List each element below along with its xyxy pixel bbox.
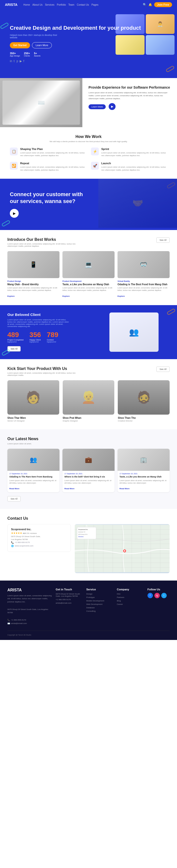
social-twitter-icon[interactable]: 𝕥 <box>13 59 15 63</box>
bell-icon[interactable]: 🔔 <box>148 3 152 6</box>
how-item-1: 📋 Shaping The Plan Lorem ipsum dolor sit… <box>10 148 86 157</box>
contact-rating: ★★★★★ 4.8 231 reviews <box>11 532 67 534</box>
contact-card-container: Scopreverd Inc. ★★★★★ 4.8 231 reviews 08… <box>7 524 71 573</box>
news-card-2: 💼 17 September 19, 2021 Where is the bel… <box>62 449 115 492</box>
footer-phone-item[interactable]: +1 960-555-5170 <box>56 598 82 601</box>
works-title: Introduce Our Best Works <box>7 237 81 242</box>
news-read-more-1[interactable]: Read More <box>9 488 20 490</box>
nav-services[interactable]: Services <box>45 3 54 6</box>
hero-learn-more-button[interactable]: Learn More <box>32 42 52 49</box>
nav-contact[interactable]: Contact Us <box>77 3 89 6</box>
how-item-2-text: Sprint Lorem ipsum dolor sit amet, conse… <box>101 148 167 157</box>
work-explore-3[interactable]: Explore <box>118 295 125 297</box>
footer-service-2[interactable]: Prototype <box>86 596 113 598</box>
news-read-more-2[interactable]: Read More <box>64 488 75 490</box>
client-stat-2: 356 Happy Client logoipsumor <box>30 331 41 343</box>
team-img-1: 🧑 <box>7 380 59 414</box>
team-header: Kick Start Your Product With Us Lorem ip… <box>7 367 170 376</box>
how-item-2: ⚡ Sprint Lorem ipsum dolor sit amet, con… <box>91 148 167 157</box>
search-icon[interactable]: 🔍 <box>143 3 147 6</box>
client-stat-1: 489 Project Completed logoipsumor <box>7 331 24 343</box>
team-img-3: 🧔 <box>118 380 170 414</box>
stat-num-2: 356 <box>30 331 41 339</box>
social-pinterest-icon[interactable]: p <box>17 59 18 63</box>
how-we-work-section: How We Work We will help a clients probl… <box>0 127 177 179</box>
client-see-all-button[interactable]: See All <box>7 346 21 351</box>
contact-website: www.scopreverd.com <box>15 545 33 547</box>
how-item-3: 🔁 Repeat Lorem ipsum dolor sit amet, con… <box>10 162 86 171</box>
hero-buttons: Get Started Learn More <box>10 42 170 49</box>
how-items: 📋 Shaping The Plan Lorem ipsum dolor sit… <box>10 148 167 171</box>
connect-play-button[interactable]: ▶ <box>10 209 19 218</box>
team-see-all-button[interactable]: See All <box>156 367 170 372</box>
experience-learn-more-button[interactable]: Learn More <box>88 104 106 109</box>
footer-twitter-button[interactable]: t <box>161 593 167 598</box>
work-card-1: 📱 Product Design Mang Olah - Brand Ident… <box>7 251 59 298</box>
news-grid: 👥 17 September 19, 2021 Odading Is The R… <box>7 449 170 492</box>
nav-logo: ARISTA <box>5 3 18 7</box>
svg-text:0875 Dhurji Gf St: 0875 Dhurji Gf St <box>78 534 88 535</box>
how-icon-4: 🚀 <box>91 162 99 169</box>
nav-home[interactable]: Home <box>23 3 30 6</box>
contact-inner: Scopreverd Inc. ★★★★★ 4.8 231 reviews 08… <box>7 524 170 573</box>
footer-service-5[interactable]: Database <box>86 607 113 609</box>
contact-phone-row: 📞 +1 960-000-9170 <box>11 541 67 544</box>
social-youtube-icon[interactable]: ▶ <box>20 59 22 63</box>
client-photo: 👥 <box>109 312 158 352</box>
work-explore-1[interactable]: Explore <box>7 295 14 297</box>
hero-get-started-button[interactable]: Get Started <box>10 42 30 49</box>
news-text-3: Lorem ipsum dolor sit amet, consectetur … <box>119 479 168 485</box>
footer-instagram-button[interactable]: ig <box>154 593 160 598</box>
work-explore-2[interactable]: Explore <box>62 295 69 297</box>
stat-num-1: 489 <box>7 331 24 339</box>
footer-service-1[interactable]: Design <box>86 593 113 595</box>
news-see-all-button[interactable]: See All <box>7 496 21 501</box>
footer-email-item[interactable]: arista@email.com <box>56 602 82 604</box>
nav-pages[interactable]: Pages <box>91 3 98 6</box>
nav-portfolio[interactable]: Portfolio <box>57 3 66 6</box>
contact-address-1: 0875 Dhurji Gf Street South Gate, <box>11 535 67 537</box>
social-facebook-icon[interactable]: f <box>23 59 24 63</box>
footer-company-title: Company <box>117 588 143 591</box>
footer-social-title: Follow Us <box>148 588 170 591</box>
social-linkedin-icon[interactable]: in <box>10 59 12 63</box>
map-box[interactable]: Scopreverd Inc ★★★★★ 4.8 0875 Dhurji Gf … <box>75 524 170 573</box>
stat-sub-1: logoipsumor <box>7 341 24 343</box>
footer-col-about: ARISTA Lorem ipsum dolor sit amet, conse… <box>7 588 52 626</box>
works-grid: 📱 Product Design Mang Olah - Brand Ident… <box>7 251 170 298</box>
stat-label-3: Contest <box>47 339 59 341</box>
nav-team[interactable]: Team <box>68 3 74 6</box>
news-read-more-3[interactable]: Read More <box>119 488 129 490</box>
footer-service-6[interactable]: Consulting <box>86 610 113 612</box>
footer-company-1[interactable]: Hire <box>117 593 143 595</box>
get-started-button[interactable]: Join Free <box>154 2 172 7</box>
how-item-3-text: Repeat Lorem ipsum dolor sit amet, conse… <box>20 162 86 171</box>
hero-section: Creative Design and Development for your… <box>0 9 177 78</box>
footer-service-4[interactable]: Web Development <box>86 603 113 605</box>
works-see-all-button[interactable]: See All <box>156 237 170 243</box>
footer-company-3[interactable]: Blog <box>117 600 143 602</box>
client-stat-3: 789 Contest logoipsumor <box>47 331 59 343</box>
contact-map-container: Scopreverd Inc ★★★★★ 4.8 0875 Dhurji Gf … <box>75 524 170 573</box>
footer-service-3[interactable]: Mobile Development <box>86 600 113 602</box>
news-headline-1: Odading Is The Rare Item From Bandung <box>9 475 58 478</box>
footer-company-2[interactable]: Partners <box>117 596 143 598</box>
svg-text:Directions: Directions <box>78 536 84 537</box>
news-title: Our Latest News <box>7 437 170 441</box>
footer-copyright: Copyright @ Tanvir Ali Studio <box>7 634 31 636</box>
nav-about[interactable]: About Us <box>32 3 42 6</box>
news-body-2: 17 September 19, 2021 Where is the belt?… <box>62 471 115 492</box>
experience-play-button[interactable]: ▶ <box>109 103 116 110</box>
footer-facebook-button[interactable]: f <box>148 593 153 598</box>
footer-email-row: ✉️ arista@email.com <box>7 622 52 625</box>
team-img-2: 👱 <box>63 380 115 414</box>
news-img-1: 👥 <box>7 449 59 471</box>
team-member-2: 👱 Shoo Prat Mhan Graphic Designer <box>63 380 115 422</box>
hero-stats: 350+ App Design 250+ Clients 5+ Awards <box>10 52 170 57</box>
contact-card-name: Scopreverd Inc. <box>11 528 67 531</box>
team-name-3: Shoo Than Tho <box>118 416 170 419</box>
footer-email: arista@email.com <box>11 622 27 624</box>
stat-sub-3: logoipsumor <box>47 341 59 343</box>
footer-company-4[interactable]: Career <box>117 603 143 605</box>
works-subtitle: Lorem ipsum dolor sit amet, consectetur … <box>7 243 81 247</box>
